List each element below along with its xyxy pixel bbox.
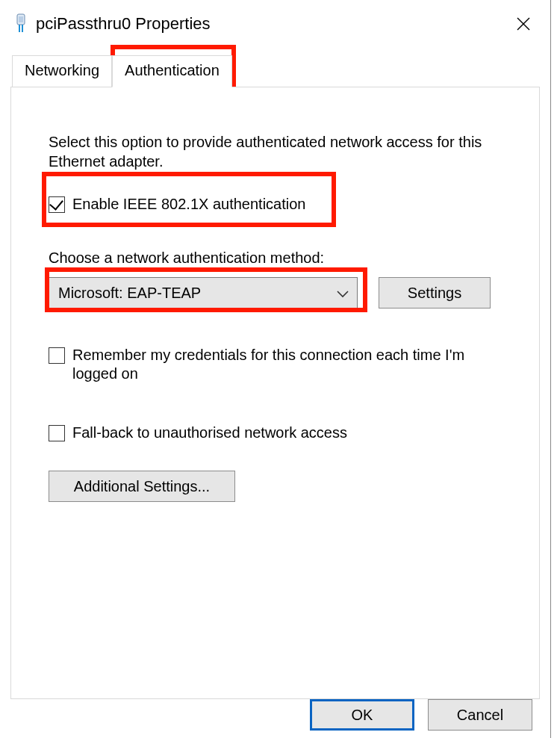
tab-authentication-label: Authentication: [125, 62, 220, 78]
dialog-footer: OK Cancel: [310, 699, 532, 731]
additional-settings-button[interactable]: Additional Settings...: [49, 471, 235, 502]
settings-button[interactable]: Settings: [379, 277, 491, 308]
remember-credentials-row: Remember my credentials for this connect…: [49, 346, 509, 383]
tab-networking-label: Networking: [25, 62, 99, 78]
chevron-down-icon: [336, 285, 349, 302]
ok-button-label: OK: [352, 707, 373, 724]
cancel-button-label: Cancel: [457, 707, 503, 724]
cancel-button[interactable]: Cancel: [428, 699, 532, 731]
fallback-checkbox[interactable]: [49, 425, 65, 441]
window-title: pciPassthru0 Properties: [36, 14, 500, 34]
close-icon: [516, 16, 531, 31]
svg-rect-1: [19, 16, 23, 22]
tab-page-authentication: Select this option to provide authentica…: [10, 87, 540, 699]
enable-8021x-label[interactable]: Enable IEEE 802.1X authentication: [72, 195, 305, 214]
enable-8021x-checkbox[interactable]: [49, 196, 65, 213]
tab-container: Networking Authentication Select this op…: [10, 55, 540, 699]
instruction-text: Select this option to provide authentica…: [49, 132, 497, 171]
auth-method-row: Microsoft: EAP-TEAP Settings: [49, 277, 509, 308]
ok-button[interactable]: OK: [310, 699, 414, 731]
titlebar: pciPassthru0 Properties: [10, 9, 540, 51]
close-button[interactable]: [507, 12, 540, 36]
remember-credentials-label[interactable]: Remember my credentials for this connect…: [72, 346, 468, 383]
auth-method-label: Choose a network authentication method:: [49, 249, 509, 267]
tab-authentication[interactable]: Authentication: [112, 55, 232, 87]
auth-method-selected: Microsoft: EAP-TEAP: [58, 285, 201, 302]
additional-settings-label: Additional Settings...: [74, 478, 210, 495]
fallback-row: Fall-back to unauthorised network access: [49, 424, 509, 442]
fallback-label[interactable]: Fall-back to unauthorised network access: [72, 424, 347, 442]
remember-credentials-checkbox[interactable]: [49, 347, 65, 364]
settings-button-label: Settings: [408, 285, 461, 302]
tabstrip: Networking Authentication: [12, 55, 540, 87]
properties-dialog: pciPassthru0 Properties Networking Authe…: [0, 0, 551, 738]
adapter-icon: [13, 13, 28, 34]
enable-8021x-row: Enable IEEE 802.1X authentication: [49, 195, 509, 214]
auth-method-dropdown[interactable]: Microsoft: EAP-TEAP: [49, 277, 358, 308]
tab-networking[interactable]: Networking: [12, 55, 112, 87]
